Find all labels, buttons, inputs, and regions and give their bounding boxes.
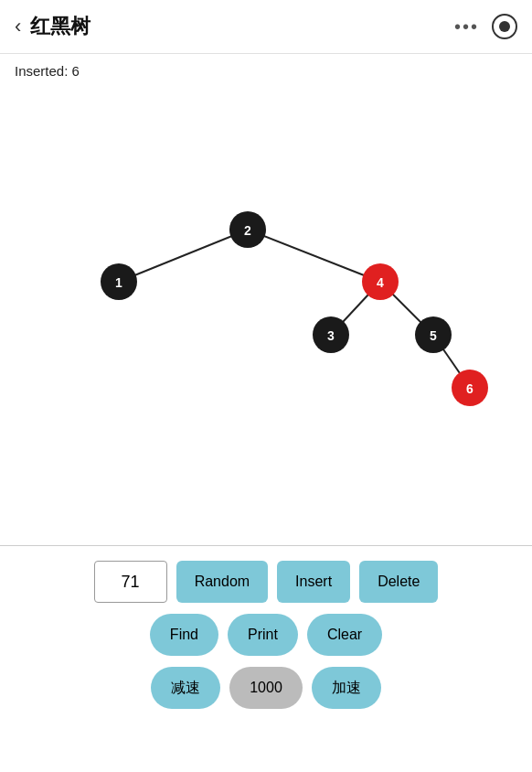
find-button[interactable]: Find xyxy=(150,614,218,656)
node-5-label: 5 xyxy=(430,328,437,343)
node-3-label: 3 xyxy=(327,328,335,343)
status-bar: Inserted: 6 xyxy=(0,54,532,88)
edge-2-1 xyxy=(119,230,248,282)
record-button[interactable] xyxy=(492,14,517,39)
delete-button[interactable]: Delete xyxy=(359,561,438,603)
clear-button[interactable]: Clear xyxy=(307,614,382,656)
node-1-label: 1 xyxy=(115,275,122,290)
header: ‹ 红黑树 ••• xyxy=(0,0,532,54)
tree-svg: 2 1 4 3 5 6 xyxy=(0,88,532,545)
controls-row-2: Find Print Clear xyxy=(150,614,382,656)
slowdown-button[interactable]: 减速 xyxy=(151,667,220,709)
edge-2-4 xyxy=(248,230,380,282)
inserted-status: Inserted: 6 xyxy=(15,63,80,79)
insert-button[interactable]: Insert xyxy=(277,561,350,603)
random-button[interactable]: Random xyxy=(176,561,268,603)
page-title: 红黑树 xyxy=(30,13,454,40)
node-2-label: 2 xyxy=(244,223,251,238)
controls-panel: Random Insert Delete Find Print Clear 减速… xyxy=(0,546,532,724)
value-input[interactable] xyxy=(94,561,167,603)
controls-row-3: 减速 1000 加速 xyxy=(151,667,381,709)
record-icon xyxy=(499,21,510,32)
tree-visualization: 2 1 4 3 5 6 xyxy=(0,88,532,545)
controls-row-1: Random Insert Delete xyxy=(94,561,439,603)
speedup-button[interactable]: 加速 xyxy=(312,667,381,709)
back-button[interactable]: ‹ xyxy=(15,15,21,38)
print-button[interactable]: Print xyxy=(228,614,298,656)
more-options-icon[interactable]: ••• xyxy=(454,16,479,38)
node-6-label: 6 xyxy=(466,381,473,396)
node-4-label: 4 xyxy=(377,275,384,290)
speed-display[interactable]: 1000 xyxy=(229,667,303,709)
